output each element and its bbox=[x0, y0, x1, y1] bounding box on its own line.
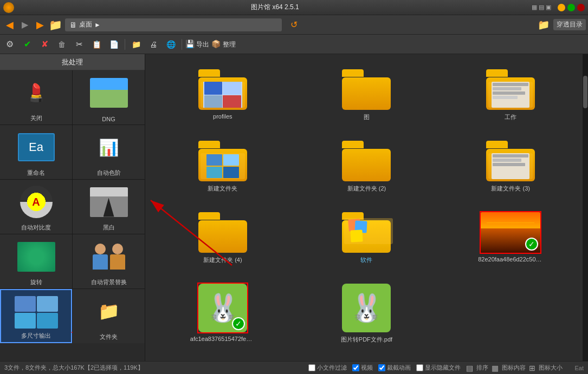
app-title: 图片馆 x64 2.5.1 bbox=[18, 3, 532, 12]
file-sunset-label: 82e20faa48e6d22c50923221.... ... bbox=[478, 256, 543, 263]
folder-new1-icon bbox=[198, 141, 247, 181]
folder-new2-label: 新建文件夹 (2) bbox=[347, 185, 386, 193]
shortcut-label: 穿透目录 bbox=[557, 20, 583, 29]
folder-new4[interactable]: 新建文件夹 (4) bbox=[156, 208, 289, 268]
file-pdf[interactable]: 🐰 图片转PDF文件.pdf bbox=[300, 279, 434, 348]
sidebar-item-multiout-label: 多尺寸输出 bbox=[3, 332, 69, 340]
icon-size-button[interactable]: 图标大小 bbox=[539, 364, 563, 372]
web-button[interactable]: 🌐 bbox=[163, 37, 178, 52]
sidebar-item-rotate-label: 旋转 bbox=[2, 278, 70, 286]
trash-button[interactable]: 🗑 bbox=[54, 37, 69, 52]
maximize-button[interactable] bbox=[567, 4, 575, 11]
file-grid: profiles 图 bbox=[145, 54, 588, 359]
settings-button[interactable]: ⚙ bbox=[2, 37, 17, 52]
paste-button[interactable]: 📄 bbox=[106, 37, 121, 52]
status-info: 3文件，8文件夹，总大小167K【2已选择项，119K】 bbox=[4, 364, 144, 372]
folder-new3-icon bbox=[486, 141, 535, 181]
rename-icon: Ea bbox=[15, 128, 58, 166]
bunny-image-container: 🐰 ✓ bbox=[198, 284, 247, 332]
folder-profiles[interactable]: profiles bbox=[156, 65, 289, 126]
folder-new3[interactable]: 新建文件夹 (3) bbox=[444, 136, 577, 197]
filter-gif-checkbox[interactable] bbox=[378, 364, 385, 371]
filter-small-files[interactable]: 小文件过滤 bbox=[308, 364, 347, 372]
window-controls: ▦ ▤ ▣ bbox=[532, 4, 585, 11]
shortcut-button[interactable]: 穿透目录 bbox=[553, 19, 586, 30]
sidebar-item-folder[interactable]: 📁 文件夹 bbox=[73, 289, 145, 343]
delete-x-button[interactable]: ✘ bbox=[37, 37, 52, 52]
confirm-button[interactable]: ✔ bbox=[20, 37, 35, 52]
sidebar-item-bgremove[interactable]: 自动背景替换 bbox=[73, 234, 145, 288]
organize-label: 整理 bbox=[223, 41, 236, 48]
export-button[interactable]: 💾 导出 bbox=[185, 40, 209, 49]
minimize-button[interactable] bbox=[558, 4, 565, 11]
folder-nav-icon: 📁 bbox=[87, 292, 131, 330]
organize-button[interactable]: 📦 整理 bbox=[211, 40, 235, 49]
sidebar-item-autolevels-label: 自动色阶 bbox=[75, 169, 143, 177]
filter-gif[interactable]: 裁截动画 bbox=[378, 364, 411, 372]
sidebar-item-autocontrast[interactable]: A 自动对比度 bbox=[0, 180, 72, 234]
sidebar-item-rename-label: 重命名 bbox=[2, 169, 70, 177]
status-bar: 3文件，8文件夹，总大小167K【2已选择项，119K】 小文件过滤 视频 裁截… bbox=[0, 361, 588, 374]
export-label: 导出 bbox=[196, 41, 209, 48]
file-sunset[interactable]: ✓ 82e20faa48e6d22c50923221.... ... bbox=[444, 208, 577, 268]
icon-size-icon: ⊞ bbox=[529, 364, 535, 372]
sidebar-item-close[interactable]: 💄 关闭 bbox=[0, 70, 72, 124]
chart-icon: 📊 bbox=[87, 128, 131, 166]
copy-button[interactable]: 📋 bbox=[89, 37, 104, 52]
lipstick-icon: 💄 bbox=[15, 74, 58, 111]
folder-new3-label: 新建文件夹 (3) bbox=[491, 185, 530, 193]
refresh-button[interactable]: ↺ bbox=[286, 17, 301, 32]
sidebar-item-bgremove-label: 自动背景替换 bbox=[75, 278, 143, 286]
folder-work[interactable]: 工作 bbox=[444, 65, 577, 126]
filter-video-checkbox[interactable] bbox=[352, 364, 359, 371]
print-button[interactable]: 🖨 bbox=[146, 37, 161, 52]
divider-1 bbox=[125, 39, 125, 50]
batch-header: 批处理 bbox=[0, 54, 145, 70]
desktop-icon: 🖥 bbox=[69, 21, 77, 29]
path-bar[interactable]: 🖥 桌面 ► bbox=[65, 18, 282, 31]
nav-back-button[interactable]: ◀ bbox=[2, 17, 17, 32]
file-bunny[interactable]: 🐰 ✓ afc1ea8376515472fe590fcc.... ... bbox=[156, 279, 289, 348]
sort-button[interactable]: 排序 bbox=[476, 364, 488, 372]
folder-software[interactable]: 软件 bbox=[300, 208, 434, 268]
filter-hidden[interactable]: 显示隐藏文件 bbox=[416, 364, 461, 372]
batch-label: 批处理 bbox=[62, 57, 83, 67]
filter-video[interactable]: 视频 bbox=[352, 364, 373, 372]
folder-new1[interactable]: 新建文件夹 bbox=[156, 136, 289, 197]
file-pdf-label: 图片转PDF文件.pdf bbox=[341, 336, 392, 344]
icon-content-button[interactable]: 图标内容 bbox=[502, 364, 526, 372]
sidebar-item-rename[interactable]: Ea 重命名 bbox=[0, 125, 72, 179]
folder-software-label: 软件 bbox=[360, 256, 372, 264]
sidebar: 批处理 💄 关闭 DNG Ea 重命名 bbox=[0, 54, 145, 361]
folder-button[interactable]: 📁 bbox=[48, 17, 63, 32]
filter-small-checkbox[interactable] bbox=[308, 364, 315, 371]
filter-hidden-checkbox[interactable] bbox=[416, 364, 423, 371]
close-button[interactable] bbox=[577, 4, 585, 11]
sidebar-item-bw[interactable]: 黑白 bbox=[73, 180, 145, 234]
scrollbar-thumb[interactable] bbox=[583, 76, 587, 108]
title-bar: 图片馆 x64 2.5.1 ▦ ▤ ▣ bbox=[0, 0, 588, 15]
sidebar-item-folder-label: 文件夹 bbox=[75, 333, 143, 341]
sidebar-item-dng[interactable]: DNG bbox=[73, 70, 145, 124]
bw-icon bbox=[87, 183, 131, 221]
cut-button[interactable]: ✂ bbox=[72, 37, 87, 52]
status-right: 小文件过滤 视频 裁截动画 显示隐藏文件 ▤ 排序 ▦ 图标内容 ⊞ 图标大小 bbox=[308, 364, 563, 372]
file-bunny-label: afc1ea8376515472fe590fcc.... ... bbox=[190, 336, 255, 342]
folder-nav-button[interactable]: 📁 bbox=[536, 17, 551, 32]
view-icons[interactable]: ▦ ▤ ▣ bbox=[532, 4, 551, 11]
folder-tu[interactable]: 图 bbox=[300, 65, 434, 126]
sidebar-item-rotate[interactable]: 旋转 bbox=[0, 234, 72, 288]
sidebar-item-autolevels[interactable]: 📊 自动色阶 bbox=[73, 125, 145, 179]
nav-forward-button[interactable]: ▶ bbox=[17, 17, 33, 32]
folder-work-label: 工作 bbox=[505, 113, 516, 121]
toolbar-right: 📁 穿透目录 bbox=[536, 17, 586, 32]
eat-label: Eat bbox=[574, 365, 584, 371]
main-toolbar: ◀ ▶ ▶ 📁 🖥 桌面 ► ↺ 📁 穿透目录 bbox=[0, 15, 588, 35]
scrollbar[interactable] bbox=[583, 54, 588, 361]
nav-down-button[interactable]: ▶ bbox=[33, 17, 48, 32]
landscape-icon bbox=[87, 74, 131, 111]
folder-new2[interactable]: 新建文件夹 (2) bbox=[300, 136, 434, 197]
content-area: profiles 图 bbox=[145, 54, 588, 361]
folder-open-button[interactable]: 📁 bbox=[128, 37, 144, 52]
sidebar-item-multiout[interactable]: 多尺寸输出 bbox=[0, 289, 72, 343]
